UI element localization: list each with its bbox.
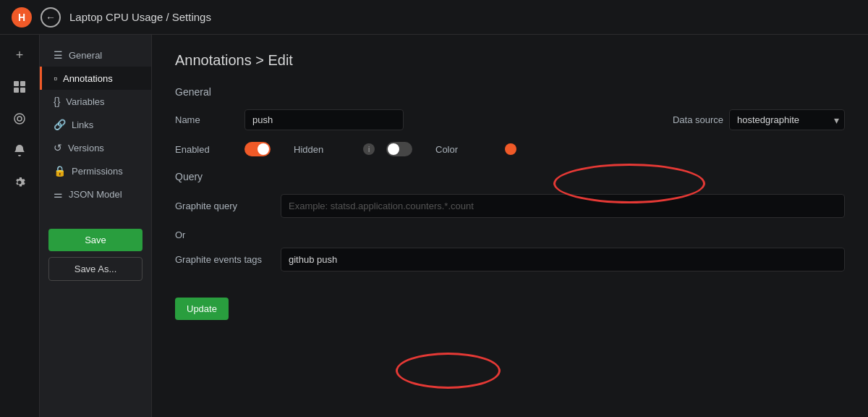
nav-dashboard[interactable]: ⁢ [5, 72, 34, 101]
query-section-title: Query [175, 171, 845, 182]
update-button[interactable]: Update [175, 298, 229, 320]
hidden-toggle-knob [388, 143, 399, 155]
name-label: Name [175, 114, 233, 125]
graphite-query-label: Graphite query [175, 201, 269, 211]
name-input[interactable] [244, 109, 404, 130]
content-wrapper: Annotations > Edit General Name Data sou… [152, 35, 868, 417]
graphite-query-row: Graphite query [175, 194, 845, 218]
sidebar-item-general-label: General [69, 50, 102, 61]
query-section: Query Graphite query Or Graphite events … [175, 171, 845, 320]
variables-icon: {} [54, 96, 60, 107]
content-area: Annotations > Edit General Name Data sou… [152, 35, 868, 417]
sidebar-item-permissions-label: Permissions [72, 166, 123, 177]
graphite-events-input[interactable] [281, 248, 845, 271]
back-button[interactable]: ← [41, 7, 61, 28]
general-section-title: General [175, 86, 845, 98]
sidebar-item-versions[interactable]: ↺ Versions [40, 136, 151, 159]
topbar: H ← Laptop CPU Usage / Settings [0, 0, 868, 35]
svg-rect-0 [14, 81, 19, 86]
sidebar: ☰ General ▫ Annotations {} Variables 🔗 L… [40, 35, 152, 417]
nav-alert[interactable] [5, 136, 34, 165]
links-icon: 🔗 [54, 119, 66, 130]
sidebar-item-variables-label: Variables [66, 96, 104, 107]
sidebar-item-versions-label: Versions [68, 143, 104, 153]
json-icon: ⚌ [54, 188, 63, 200]
datasource-group: Data source hostedgraphite [673, 109, 845, 130]
svg-rect-3 [20, 88, 25, 93]
graphite-events-row: Graphite events tags [175, 248, 845, 271]
general-icon: ☰ [54, 49, 63, 61]
icon-nav: + ⁢ [0, 35, 40, 417]
graphite-events-label: Graphite events tags [175, 254, 269, 265]
svg-point-4 [14, 114, 25, 124]
nav-explore[interactable] [5, 104, 34, 133]
sidebar-item-annotations[interactable]: ▫ Annotations [40, 67, 151, 90]
sidebar-item-json-label: JSON Model [69, 189, 122, 200]
versions-icon: ↺ [54, 142, 62, 153]
datasource-select[interactable]: hostedgraphite [729, 109, 845, 130]
sidebar-item-links-label: Links [72, 119, 93, 130]
sidebar-buttons: Save Save As... [40, 217, 151, 292]
sidebar-item-annotations-label: Annotations [63, 73, 113, 84]
enabled-toggle[interactable] [244, 142, 271, 156]
nav-add[interactable]: + [5, 41, 34, 70]
color-label: Color [435, 144, 493, 155]
or-label: Or [175, 229, 845, 240]
hidden-info-icon[interactable]: i [363, 143, 375, 155]
page-title: Annotations > Edit [175, 52, 845, 69]
save-as-button[interactable]: Save As... [48, 257, 142, 281]
graphite-query-input[interactable] [281, 194, 845, 218]
permissions-icon: 🔒 [54, 165, 66, 177]
main-layout: + ⁢ ☰ General ▫ Annotations {} Variables… [0, 35, 868, 417]
sidebar-item-json-model[interactable]: ⚌ JSON Model [40, 182, 151, 206]
hidden-toggle[interactable] [386, 142, 412, 156]
svg-rect-2 [14, 88, 19, 93]
enabled-toggle-knob [258, 143, 269, 155]
save-button[interactable]: Save [48, 229, 142, 251]
sidebar-item-permissions[interactable]: 🔒 Permissions [40, 159, 151, 182]
sidebar-item-general[interactable]: ☰ General [40, 43, 151, 67]
sidebar-item-variables[interactable]: {} Variables [40, 90, 151, 113]
svg-rect-1 [20, 81, 25, 86]
topbar-title: Laptop CPU Usage / Settings [69, 11, 211, 23]
annotations-icon: ▫ [54, 72, 57, 84]
sidebar-item-links[interactable]: 🔗 Links [40, 113, 151, 136]
color-picker[interactable] [505, 143, 516, 155]
hidden-label: Hidden [294, 144, 352, 155]
name-datasource-row: Name Data source hostedgraphite [175, 109, 845, 130]
nav-settings[interactable] [5, 168, 34, 197]
datasource-wrapper: hostedgraphite [729, 109, 845, 130]
svg-point-5 [17, 117, 22, 121]
app-logo: H [12, 7, 32, 28]
enabled-hidden-color-row: Enabled Hidden i Color [175, 142, 845, 156]
datasource-label: Data source [673, 114, 723, 125]
enabled-label: Enabled [175, 144, 233, 155]
